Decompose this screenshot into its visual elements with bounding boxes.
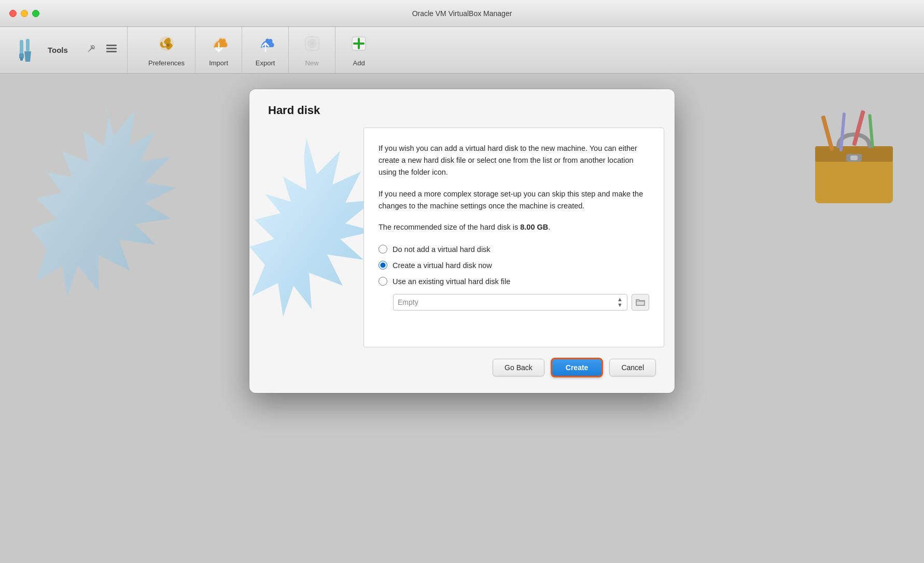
svg-marker-4: [24, 51, 31, 62]
svg-marker-19: [31, 100, 176, 297]
create-button[interactable]: Create: [551, 358, 604, 377]
dialog-illustration: [249, 128, 363, 347]
disk-dropdown-value: Empty: [398, 298, 418, 306]
toolbar: Tools: [0, 27, 924, 74]
svg-rect-23: [839, 112, 846, 151]
new-label: New: [305, 59, 319, 67]
svg-rect-9: [106, 45, 117, 46]
import-icon: [209, 34, 229, 56]
dialog-desc3-suffix: .: [548, 223, 550, 231]
dropdown-arrows: ▲ ▼: [617, 297, 623, 308]
dialog-description-1: If you wish you can add a virtual hard d…: [379, 143, 649, 179]
export-label: Export: [256, 59, 275, 67]
radio-no-disk[interactable]: Do not add a virtual hard disk: [379, 245, 649, 254]
window-controls: [9, 10, 39, 17]
list-view-button[interactable]: [104, 42, 119, 58]
svg-rect-3: [26, 39, 30, 51]
svg-rect-0: [20, 40, 23, 54]
minimize-button[interactable]: [21, 10, 28, 17]
folder-icon: [636, 298, 645, 306]
svg-rect-11: [106, 51, 117, 52]
dialog-description-3: The recommended size of the hard disk is…: [379, 221, 649, 233]
radio-no-disk-label: Do not add a virtual hard disk: [393, 245, 491, 254]
svg-marker-28: [249, 138, 363, 317]
disk-dropdown[interactable]: Empty ▲ ▼: [393, 294, 627, 311]
go-back-button[interactable]: Go Back: [493, 359, 544, 376]
radio-use-existing-label: Use an existing virtual hard disk file: [393, 277, 510, 286]
radio-use-existing-input[interactable]: [379, 277, 387, 286]
export-icon: [256, 34, 275, 56]
add-button[interactable]: Add: [335, 27, 382, 73]
titlebar: Oracle VM VirtualBox Manager: [0, 0, 924, 27]
new-icon: [302, 34, 322, 56]
radio-use-existing[interactable]: Use an existing virtual hard disk file: [379, 277, 649, 286]
toolbar-actions: Preferences Import Export: [128, 27, 916, 73]
dialog-desc3-prefix: The recommended size of the hard disk is: [379, 223, 520, 231]
dialog-disk-size: 8.00 GB: [520, 223, 548, 231]
tools-label: Tools: [48, 46, 68, 54]
close-button[interactable]: [9, 10, 17, 17]
main-content: Hard disk If you wish you can add a virt…: [0, 74, 924, 563]
tools-icon: [17, 39, 41, 62]
cancel-button[interactable]: Cancel: [609, 359, 656, 376]
import-label: Import: [209, 59, 228, 67]
radio-create-now-label: Create a virtual hard disk now: [393, 261, 492, 270]
preferences-icon: [157, 34, 176, 56]
preferences-button[interactable]: Preferences: [138, 27, 195, 73]
dialog-content-panel: If you wish you can add a virtual hard d…: [363, 128, 664, 347]
radio-no-disk-input[interactable]: [379, 245, 387, 254]
new-button[interactable]: New: [289, 27, 335, 73]
window-title: Oracle VM VirtualBox Manager: [412, 9, 512, 18]
dialog-title: Hard disk: [249, 89, 675, 128]
hard-disk-dialog: Hard disk If you wish you can add a virt…: [249, 89, 675, 393]
starburst-decoration: [31, 94, 176, 354]
svg-rect-22: [821, 115, 834, 151]
pin-button[interactable]: [85, 42, 98, 58]
svg-point-17: [310, 41, 314, 46]
svg-rect-24: [852, 110, 865, 146]
tools-controls: [85, 42, 119, 58]
radio-create-now[interactable]: Create a virtual hard disk now: [379, 261, 649, 270]
radio-create-now-input[interactable]: [379, 261, 387, 270]
import-button[interactable]: Import: [195, 27, 242, 73]
dialog-star-svg: [249, 128, 363, 345]
toolbox-decoration: [810, 105, 903, 208]
preferences-label: Preferences: [148, 59, 185, 67]
radio-group: Do not add a virtual hard disk Create a …: [379, 245, 649, 286]
svg-line-7: [90, 49, 91, 50]
svg-rect-27: [850, 156, 858, 160]
dialog-description-2: If you need a more complex storage set-u…: [379, 188, 649, 212]
export-button[interactable]: Export: [242, 27, 289, 73]
dialog-buttons: Go Back Create Cancel: [249, 347, 675, 377]
dialog-body: If you wish you can add a virtual hard d…: [249, 128, 675, 347]
svg-rect-10: [106, 48, 117, 49]
tools-section: Tools: [8, 27, 128, 73]
svg-rect-2: [20, 58, 23, 61]
tools-svg-icon: [17, 39, 41, 62]
svg-point-13: [166, 44, 170, 47]
add-icon: [349, 34, 369, 56]
disk-folder-button[interactable]: [632, 294, 649, 311]
maximize-button[interactable]: [32, 10, 39, 17]
add-label: Add: [353, 59, 365, 67]
disk-selector: Empty ▲ ▼: [393, 294, 649, 311]
